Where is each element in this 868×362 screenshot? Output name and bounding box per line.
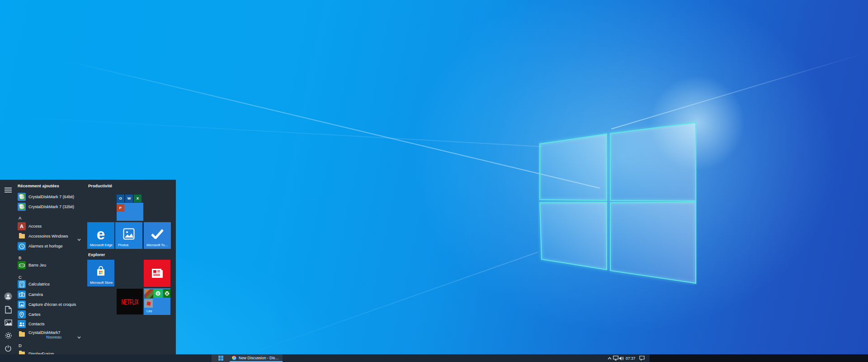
tile-word[interactable]: W <box>125 195 133 202</box>
check-icon <box>151 229 164 239</box>
section-letter-c[interactable]: C <box>19 275 22 280</box>
power-button[interactable] <box>4 344 12 352</box>
recently-added-header: Récemment ajoutées <box>18 184 59 188</box>
display-tray-icon[interactable] <box>613 354 618 362</box>
app-row-crystaldiskmark-32[interactable]: CrystalDiskMark 7 (32bit) <box>18 203 82 211</box>
productivity-group-header[interactable]: Productivité <box>88 184 112 188</box>
app-row-calculatrice[interactable]: Calculatrice <box>18 280 82 288</box>
app-row-capture[interactable]: Capture d'écran et croquis <box>18 300 82 309</box>
light-ray <box>235 252 538 359</box>
tile-microsoft-todo[interactable]: Microsoft To... <box>144 222 171 249</box>
tray-overflow-button[interactable] <box>608 354 612 362</box>
explorer-group-header[interactable]: Explorer <box>88 252 105 257</box>
gamepad-icon <box>18 261 26 269</box>
windows-logo <box>538 120 697 285</box>
app-label: CrystalDiskMark 7 (64bit) <box>28 195 74 199</box>
roblox-icon <box>144 299 153 308</box>
hamburger-menu-button[interactable] <box>4 186 12 194</box>
photos-icon <box>123 228 135 240</box>
camera-icon <box>18 291 26 299</box>
section-letter-b[interactable]: B <box>19 255 21 260</box>
app-row-accessoires-windows[interactable]: Accessoires Windows <box>18 232 82 240</box>
section-letter-d[interactable]: D <box>19 343 22 348</box>
tile-microsoft-edge[interactable]: e Microsoft Edge <box>87 222 114 249</box>
snip-sketch-icon <box>18 300 26 309</box>
chrome-icon <box>232 356 236 360</box>
windows-start-icon <box>218 356 223 361</box>
desktop: Récemment ajoutées CrystalDiskMark 7 (64… <box>0 0 868 362</box>
clock-icon <box>18 242 26 250</box>
tile-folder-lire[interactable]: Lire <box>144 288 170 315</box>
game-thumbnail <box>144 289 153 298</box>
chevron-down-icon <box>77 333 81 341</box>
people-icon <box>18 320 26 328</box>
new-badge: Nouveau <box>46 335 61 339</box>
pictures-button[interactable] <box>4 319 12 327</box>
taskbar-empty-area <box>650 354 868 362</box>
xbox-icon <box>163 289 170 298</box>
app-row-camera[interactable]: Caméra <box>18 291 82 299</box>
tile-netflix[interactable]: NETFLIX <box>117 289 143 314</box>
tile-excel[interactable]: X <box>134 195 142 202</box>
app-label: CrystalDiskMark 7 (32bit) <box>28 205 74 209</box>
light-ray <box>611 52 867 129</box>
folder-icon <box>18 232 26 240</box>
edge-icon: e <box>97 227 105 242</box>
map-pin-icon <box>18 310 26 319</box>
app-row-alarmes[interactable]: Alarmes et horloge <box>18 242 82 250</box>
user-account-button[interactable] <box>4 292 12 300</box>
app-row-crystaldiskmark7-group[interactable]: CrystalDiskMark7 Nouveau <box>18 330 82 339</box>
start-menu: Récemment ajoutées CrystalDiskMark 7 (64… <box>0 180 176 355</box>
documents-button[interactable] <box>4 305 12 314</box>
tile-outlook[interactable]: O <box>117 195 124 202</box>
app-row-contacts[interactable]: Contacts <box>18 320 82 328</box>
taskbar: New Discussion - Displ... 07:37 <box>0 354 650 362</box>
taskbar-clock[interactable]: 07:37 <box>626 354 635 362</box>
settings-button[interactable] <box>4 331 12 339</box>
section-letter-a[interactable]: A <box>19 215 21 220</box>
action-center-button[interactable] <box>639 354 645 362</box>
light-ray <box>63 60 600 189</box>
tile-powerpoint[interactable]: P <box>117 204 124 212</box>
taskbar-app-label: New Discussion - Displ... <box>239 356 280 360</box>
news-icon <box>151 268 163 278</box>
tile-microsoft-news[interactable] <box>144 260 170 287</box>
spotify-icon <box>154 289 162 298</box>
crystaldiskmark-icon <box>18 193 26 201</box>
app-row-access[interactable]: A Access <box>18 222 82 230</box>
taskbar-app-chrome[interactable]: New Discussion - Displ... <box>230 354 283 362</box>
access-icon: A <box>18 222 26 230</box>
calculator-icon <box>18 280 26 288</box>
app-row-barre-jeu[interactable]: Barre Jeu <box>18 261 82 269</box>
app-row-cartes[interactable]: Cartes <box>18 310 82 319</box>
store-bag-icon <box>95 266 106 277</box>
start-button[interactable] <box>212 354 230 362</box>
app-row-crystaldiskmark-64[interactable]: CrystalDiskMark 7 (64bit) <box>18 193 82 201</box>
tile-microsoft-store[interactable]: Microsoft Store <box>87 260 114 286</box>
crystaldiskmark-icon <box>18 203 26 211</box>
volume-tray-icon[interactable] <box>619 354 624 362</box>
tile-photos[interactable]: Photos <box>115 222 142 249</box>
light-ray <box>0 116 542 147</box>
folder-icon <box>18 330 26 338</box>
